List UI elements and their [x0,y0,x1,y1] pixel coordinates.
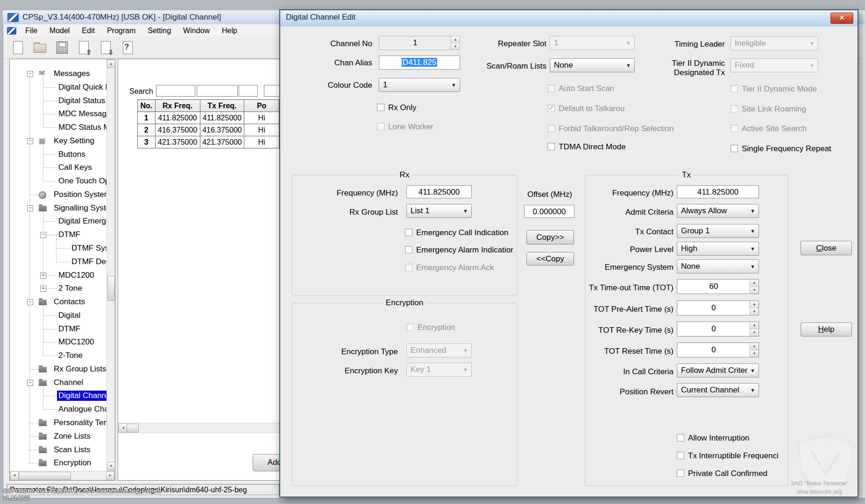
checkbox-box[interactable] [377,123,384,130]
tree-vscrollbar[interactable]: ▲ ▼ [106,59,115,471]
encryption-checkbox[interactable]: Encryption [406,323,455,331]
menu-item-window[interactable]: Window [177,25,216,36]
collapse-icon[interactable]: − [27,380,33,386]
expand-icon[interactable]: + [40,286,46,292]
tree-item-label[interactable]: Scan Lists [52,445,92,455]
checkbox-box[interactable] [677,452,684,459]
save-file-button[interactable] [53,38,71,57]
dialog-close-x-button[interactable]: ✕ [830,13,853,24]
tot-spinner[interactable]: 60 ▲▼ [677,279,759,294]
rx-group-list-dropdown[interactable]: List 1▼ [406,204,472,218]
add-channel-button[interactable]: Add Ch [253,454,279,471]
tree-item-label[interactable]: One Touch Op [57,176,111,186]
table-hscrollbar[interactable]: ◄ [118,423,279,433]
checkbox-box[interactable] [677,469,684,477]
offset-input[interactable]: 0.000000 [524,205,574,218]
position-revert-dropdown[interactable]: Current Channel▼ [677,383,759,397]
table-row[interactable]: 3421.375000421.375000Hi [138,136,279,148]
tree-item-label[interactable]: MDC1200 [57,337,96,347]
search-input-3[interactable] [239,85,258,97]
tree-item-label[interactable]: Call Keys [57,162,93,173]
tx-frequency-input[interactable]: 411.825000 [677,185,759,198]
colour-code-dropdown[interactable]: 1▼ [379,78,460,92]
checkbox-box[interactable] [405,246,412,253]
tree-item-label[interactable]: Rx Group Lists [52,364,107,374]
tree-item-label[interactable]: Channel [52,378,85,388]
tree-item-label[interactable]: Position System [52,189,112,200]
tree-item-label[interactable]: DTMF [57,324,82,334]
tot-reset-spinner[interactable]: 0 ▲▼ [677,343,759,357]
tree-item-label[interactable]: Contacts [52,297,86,307]
help-button-toolbar[interactable]: ? [119,38,136,57]
tree-item-label[interactable]: Analogue Chan [57,404,114,414]
table-row[interactable]: 1411.825000411.825000Hi [138,112,279,124]
lone-worker-checkbox[interactable]: Lone Worker [377,123,433,131]
tier2-designated-tx-dropdown[interactable]: Fixed▼ [730,58,818,72]
power-level-dropdown[interactable]: High▼ [677,242,759,256]
tree-hscrollbar[interactable]: ◄ ► [10,471,115,480]
tree-item-label[interactable]: Buttons [57,149,87,160]
spinner-arrows[interactable]: ▲▼ [451,36,460,49]
spinner-arrows[interactable]: ▲▼ [750,280,759,294]
emergency-alarm-ack-checkbox[interactable]: Emergency Alarm Ack [405,264,513,272]
search-input-4[interactable] [264,85,279,97]
tree-item-label[interactable]: Digital [57,310,82,321]
emergency-alarm-indication-checkbox[interactable]: Emergency Alarm Indication [405,246,513,254]
tree-item-label[interactable]: Key Setting [52,136,96,146]
spinner-arrows[interactable]: ▲▼ [750,301,759,315]
active-site-search-checkbox[interactable]: Active Site Search [730,125,807,133]
checkbox-box[interactable] [406,323,414,331]
scroll-right-arrow[interactable]: ► [106,471,114,480]
checkbox-box[interactable] [547,125,555,132]
encryption-key-dropdown[interactable]: Key 1▼ [406,363,472,377]
tree-item-label[interactable]: 2-Tone [57,350,84,361]
tx-interruptible-checkbox[interactable]: Tx Interruptible Frequenci [677,452,779,460]
search-input-2[interactable] [197,85,238,97]
spinner-arrows[interactable]: ▲▼ [750,322,759,336]
help-button[interactable]: Help [801,322,852,336]
rx-only-checkbox[interactable]: Rx Only [377,104,416,112]
checkbox-box[interactable] [377,104,384,111]
single-frequency-repeat-checkbox[interactable]: Single Frequency Repeat [730,145,831,153]
tot-pre-alert-spinner[interactable]: 0 ▲▼ [677,301,759,315]
emergency-call-indication-checkbox[interactable]: Emergency Call Indication [405,229,513,237]
menu-item-help[interactable]: Help [216,25,243,36]
emergency-system-dropdown[interactable]: None▼ [677,259,759,273]
tree-item-label[interactable]: Messages [52,69,91,79]
tree-item-label[interactable]: DTMF Dec [70,257,111,267]
timing-leader-dropdown[interactable]: Ineligible▼ [730,36,818,50]
repeater-slot-dropdown[interactable]: 1▼ [550,36,635,50]
checkbox-box[interactable] [730,125,738,132]
checkbox-box[interactable] [730,105,738,112]
tree-item-label[interactable]: 2 Tone [57,283,84,294]
collapse-icon[interactable]: − [27,299,33,305]
menu-item-model[interactable]: Model [43,25,76,36]
tree-item-label[interactable]: DTMF [57,230,82,240]
scan-roam-lists-dropdown[interactable]: None▼ [550,58,635,72]
menu-item-setting[interactable]: Setting [142,25,177,36]
collapse-icon[interactable]: − [27,205,33,211]
tier2-dynamic-mode-checkbox[interactable]: Tier II Dynamic Mode [730,85,817,93]
in-call-criteria-dropdown[interactable]: Follow Admit Criteri▼ [677,364,759,378]
copy-to-rx-button[interactable]: <<Copy [526,252,574,266]
scroll-thumb[interactable] [127,424,139,433]
channel-no-spinner[interactable]: 1 ▲▼ [379,36,460,50]
tree-item-label[interactable]: MDC1200 [57,270,96,280]
read-from-radio-button[interactable]: ⇩ [97,38,114,57]
checkbox-box-checked[interactable] [547,105,555,112]
tdma-direct-mode-checkbox[interactable]: TDMA Direct Mode [547,143,626,151]
table-row[interactable]: 2416.375000416.375000Hi [138,124,279,136]
search-input-1[interactable] [156,85,195,97]
auto-start-scan-checkbox[interactable]: Auto Start Scan [547,84,614,92]
site-link-roaming-checkbox[interactable]: Site Link Roaming [730,105,806,113]
chan-alias-input[interactable]: D411.825 [379,56,460,70]
encryption-type-dropdown[interactable]: Enhanced▼ [406,343,472,357]
scroll-left-arrow[interactable]: ◄ [10,471,19,480]
new-file-button[interactable] [9,38,27,57]
tree-item-label[interactable]: Digital Emerge [57,216,112,226]
checkbox-box[interactable] [730,85,738,92]
collapse-icon[interactable]: − [40,232,46,238]
tree-item-label[interactable]: Encryption [52,458,92,468]
private-call-confirmed-checkbox[interactable]: Private Call Confirmed [677,469,767,477]
spinner-arrows[interactable]: ▲▼ [750,343,759,357]
